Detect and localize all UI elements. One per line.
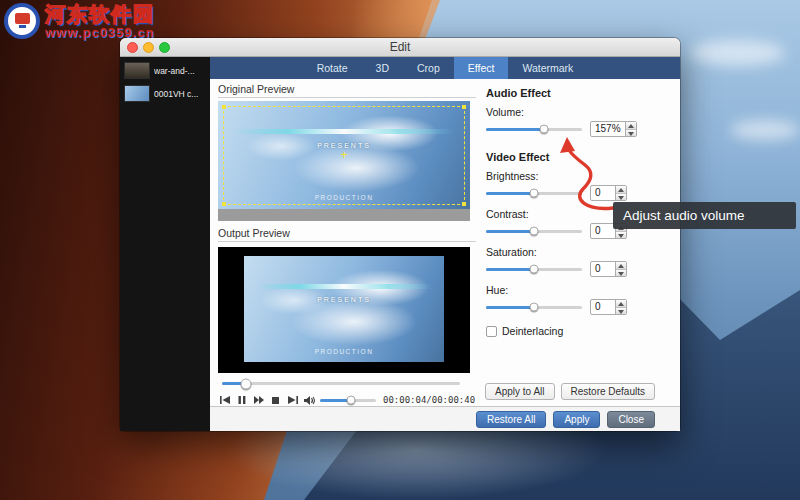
video-title: war-and-...: [154, 66, 195, 76]
volume-value: 157%: [591, 122, 625, 136]
preview-column: Original Preview PRESENTS PRODUCTION +: [218, 83, 476, 406]
previous-button[interactable]: [218, 394, 231, 406]
title-streak: [256, 284, 432, 289]
brightness-slider-knob[interactable]: [530, 189, 539, 198]
edit-tab-bar: Rotate 3D Crop Effect Watermark: [210, 57, 680, 79]
contrast-decrement-button[interactable]: [616, 231, 626, 239]
tab-3d[interactable]: 3D: [362, 57, 403, 79]
brightness-value: 0: [591, 186, 615, 200]
list-item[interactable]: 0001VH c...: [120, 82, 210, 105]
deinterlacing-label: Deinterlacing: [502, 325, 563, 337]
apply-button[interactable]: Apply: [553, 411, 600, 428]
next-button[interactable]: [286, 394, 299, 406]
annotation-text: Adjust audio volume: [623, 208, 745, 223]
title-bar[interactable]: Edit: [120, 38, 680, 57]
pause-button[interactable]: [235, 394, 248, 406]
volume-decrement-button[interactable]: [626, 129, 636, 137]
list-item[interactable]: war-and-...: [120, 59, 210, 82]
minimize-window-button[interactable]: [143, 42, 154, 53]
watermark-site-name: 河东软件园: [45, 3, 155, 25]
hue-label: Hue:: [486, 284, 674, 296]
player-volume-slider[interactable]: [320, 399, 376, 402]
volume-spinner[interactable]: 157%: [590, 121, 637, 137]
zoom-window-button[interactable]: [159, 42, 170, 53]
hue-slider-knob[interactable]: [530, 303, 539, 312]
dialog-footer: Restore All Apply Close: [210, 406, 680, 431]
overlay-text: PRESENTS: [244, 296, 444, 303]
hue-value: 0: [591, 300, 615, 314]
tab-crop[interactable]: Crop: [403, 57, 454, 79]
contrast-value: 0: [591, 224, 615, 238]
saturation-spinner[interactable]: 0: [590, 261, 627, 277]
video-thumbnail: [124, 85, 150, 102]
saturation-decrement-button[interactable]: [616, 269, 626, 277]
crop-selection-box[interactable]: +: [223, 106, 465, 205]
saturation-value: 0: [591, 262, 615, 276]
apply-to-all-button[interactable]: Apply to All: [485, 383, 554, 400]
audio-effect-heading: Audio Effect: [486, 87, 674, 99]
restore-defaults-button[interactable]: Restore Defaults: [561, 383, 655, 400]
overlay-text: PRODUCTION: [244, 348, 444, 355]
restore-all-button[interactable]: Restore All: [476, 411, 546, 428]
brightness-decrement-button[interactable]: [616, 193, 626, 201]
media-list-sidebar: war-and-... 0001VH c...: [120, 57, 210, 431]
close-button[interactable]: Close: [607, 411, 655, 428]
stop-button[interactable]: [269, 394, 282, 406]
contrast-slider-knob[interactable]: [530, 227, 539, 236]
output-preview-frame: PRESENTS PRODUCTION: [244, 256, 444, 362]
brightness-slider[interactable]: [486, 192, 582, 195]
wallpaper-cloud: [730, 120, 800, 140]
hue-spinner[interactable]: 0: [590, 299, 627, 315]
saturation-slider[interactable]: [486, 268, 582, 271]
tab-watermark[interactable]: Watermark: [508, 57, 587, 79]
letterbox-bar: [218, 209, 470, 221]
original-preview: PRESENTS PRODUCTION +: [218, 101, 470, 221]
contrast-slider[interactable]: [486, 230, 582, 233]
crop-center-cross-icon: +: [340, 147, 348, 160]
original-preview-label: Original Preview: [218, 83, 476, 98]
desktop: 河东软件园 www.pc0359.cn Edit war-and-...: [0, 0, 800, 500]
fast-forward-button[interactable]: [252, 394, 265, 406]
edit-window: Edit war-and-... 0001VH c... Rotate 3D: [120, 38, 680, 431]
site-watermark: 河东软件园 www.pc0359.cn: [4, 3, 155, 40]
tab-effect[interactable]: Effect: [454, 57, 509, 79]
output-preview: PRESENTS PRODUCTION: [218, 247, 470, 373]
video-effect-heading: Video Effect: [486, 151, 674, 163]
video-thumbnail: [124, 62, 150, 79]
tab-rotate[interactable]: Rotate: [303, 57, 362, 79]
deinterlacing-checkbox[interactable]: [486, 326, 497, 337]
seek-knob[interactable]: [240, 378, 251, 389]
watermark-logo-icon: [4, 3, 40, 39]
wallpaper-cloud: [690, 40, 785, 66]
video-title: 0001VH c...: [154, 89, 198, 99]
output-preview-label: Output Preview: [218, 227, 476, 242]
player-volume-knob[interactable]: [346, 396, 355, 405]
brightness-spinner[interactable]: 0: [590, 185, 627, 201]
volume-slider-knob[interactable]: [539, 125, 548, 134]
volume-slider[interactable]: [486, 128, 582, 131]
annotation-callout: Adjust audio volume: [613, 202, 796, 229]
window-title: Edit: [390, 40, 411, 54]
speaker-icon[interactable]: [303, 394, 316, 406]
volume-label: Volume:: [486, 106, 674, 118]
playback-time: 00:00:04/00:00:40: [383, 395, 475, 405]
hue-decrement-button[interactable]: [616, 307, 626, 315]
seek-bar[interactable]: [222, 382, 460, 385]
brightness-label: Brightness:: [486, 170, 674, 182]
watermark-url: www.pc0359.cn: [45, 25, 155, 40]
saturation-slider-knob[interactable]: [530, 265, 539, 274]
hue-slider[interactable]: [486, 306, 582, 309]
close-window-button[interactable]: [127, 42, 138, 53]
saturation-label: Saturation:: [486, 246, 674, 258]
transport-controls: 00:00:04/00:00:40: [218, 394, 476, 406]
